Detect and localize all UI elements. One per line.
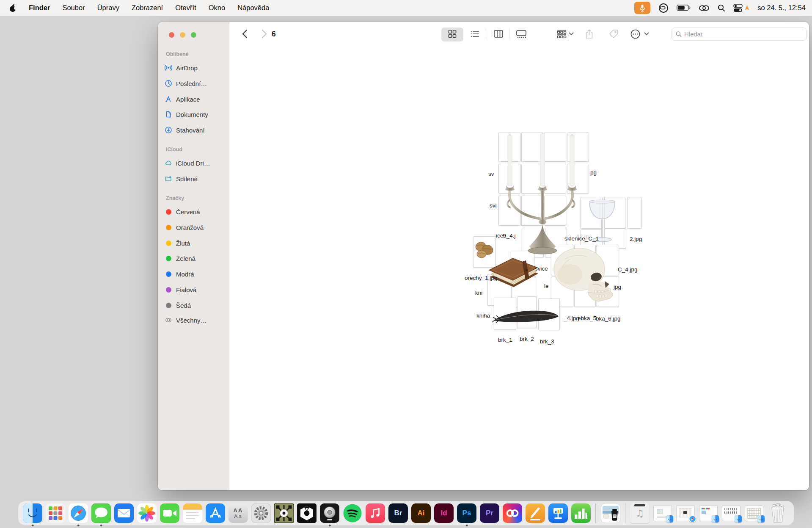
dock-divider[interactable]: [625, 503, 626, 523]
list-view-button[interactable]: [469, 22, 481, 46]
columns-view-button[interactable]: [493, 22, 504, 46]
spotify-dock-icon[interactable]: [343, 503, 362, 523]
file-card-sklenice[interactable]: [581, 197, 603, 229]
music-document-dock-item[interactable]: ♫: [630, 503, 650, 523]
adobe-indesign-dock-icon[interactable]: Id: [434, 503, 454, 523]
safari-dock-icon[interactable]: [69, 503, 88, 523]
close-window-button[interactable]: [169, 32, 174, 38]
zoom-window-button[interactable]: [191, 32, 196, 38]
file-card-svicen-tile[interactable]: [521, 164, 543, 194]
file-card-lebka[interactable]: [551, 245, 573, 275]
file-label-sklenice-c2[interactable]: 2.jpg: [630, 236, 642, 242]
file-card-svicen-tile[interactable]: [498, 196, 520, 226]
sidebar-item-airdrop[interactable]: AirDrop: [165, 63, 198, 73]
messages-dock-icon[interactable]: [91, 503, 111, 523]
file-card-brk[interactable]: [538, 299, 560, 330]
group-by-chevron-icon[interactable]: [567, 22, 575, 46]
menu-item-upravy[interactable]: Úpravy: [97, 4, 119, 12]
file-card-kniha[interactable]: [511, 251, 534, 275]
sidebar-item-aplikace[interactable]: Aplikace: [165, 94, 200, 104]
keynote-dock-icon[interactable]: [548, 503, 568, 523]
minimized-safari-window[interactable]: [676, 505, 695, 521]
file-label-brk1[interactable]: brk_1: [498, 337, 512, 343]
more-actions-button[interactable]: [629, 22, 641, 46]
minimized-finder-window[interactable]: [653, 505, 672, 521]
sidebar-item-tag-oranzova[interactable]: Oranžová: [165, 222, 204, 232]
file-card-orechy[interactable]: [473, 236, 496, 268]
file-label-svicen9-overlap[interactable]: 9: [503, 232, 506, 239]
forward-button[interactable]: [257, 22, 271, 46]
sidebar-item-tag-modra[interactable]: Modrá: [165, 269, 194, 279]
file-label-svi[interactable]: svi: [490, 202, 497, 209]
file-card-brk[interactable]: [494, 298, 516, 329]
system-settings-dock-icon[interactable]: [251, 503, 271, 523]
sidebar-item-tag-fialova[interactable]: Fialová: [165, 285, 196, 295]
minimized-finder-window[interactable]: [745, 505, 763, 521]
pages-dock-icon[interactable]: [526, 503, 545, 523]
adobe-premiere-dock-icon[interactable]: Pr: [480, 503, 499, 523]
file-card-sklenice[interactable]: [604, 197, 625, 229]
file-label-orechy1[interactable]: orechy_1.jpg: [465, 275, 497, 281]
olive-utility-app-dock-icon[interactable]: [274, 503, 294, 523]
menu-bar-clock[interactable]: so 24. 5., 12:54: [757, 4, 806, 12]
minimize-window-button[interactable]: [180, 32, 185, 38]
file-label-svice[interactable]: svice: [535, 265, 548, 272]
facetime-dock-icon[interactable]: [160, 503, 179, 523]
sidebar-item-tag-cervena[interactable]: Červená: [165, 207, 200, 217]
menu-item-soubor[interactable]: Soubor: [62, 4, 85, 12]
file-label-sklenice-c1[interactable]: sklenice_C_1: [564, 235, 599, 242]
control-center-icon[interactable]: [733, 4, 749, 12]
file-label-brk2[interactable]: brk_2: [520, 336, 534, 342]
audio-lens-app-dock-icon[interactable]: [320, 503, 339, 523]
file-card-svicen-tile[interactable]: [567, 164, 589, 194]
menu-item-napoveda[interactable]: Nápověda: [237, 4, 269, 12]
file-label-lebka5[interactable]: ebka_5: [578, 315, 596, 321]
app-store-dock-icon[interactable]: [206, 503, 225, 523]
sidebar-item-tag-zluta[interactable]: Žlutá: [165, 238, 190, 248]
gallery-view-button[interactable]: [515, 22, 527, 46]
file-card-svicen-tile[interactable]: [498, 164, 520, 194]
link-chain-status-icon[interactable]: [699, 5, 710, 11]
file-label-kni[interactable]: kni: [475, 290, 482, 296]
sidebar-item-tag-seda[interactable]: Šedá: [165, 300, 191, 310]
file-card-svicen-tile[interactable]: [544, 196, 566, 226]
mail-dock-icon[interactable]: [114, 503, 134, 523]
battery-status-icon[interactable]: [677, 5, 691, 11]
minimized-finder-window[interactable]: [722, 505, 740, 521]
file-label-le[interactable]: le: [544, 283, 549, 289]
more-actions-chevron-icon[interactable]: [643, 22, 650, 46]
file-label-kniha[interactable]: kniha: [476, 312, 490, 319]
black-hex-app-dock-icon[interactable]: [297, 503, 317, 523]
grid-view-button[interactable]: [446, 22, 458, 46]
sidebar-item-icloud-drive[interactable]: iCloud Dri…: [165, 158, 210, 168]
menu-item-finder[interactable]: Finder: [29, 4, 50, 12]
microphone-status-icon[interactable]: [634, 2, 650, 14]
sidebar-item-all-tags[interactable]: Všechny…: [165, 315, 207, 325]
share-button[interactable]: [582, 22, 596, 46]
ink-photo-app-dock-icon[interactable]: [601, 503, 620, 523]
file-card-svicen-tile[interactable]: [567, 133, 589, 162]
file-card-lebka[interactable]: [574, 276, 596, 307]
file-card-brk[interactable]: [517, 296, 537, 328]
file-card-svicen-tile[interactable]: [521, 133, 543, 162]
file-label-c4[interactable]: C_4.jpg: [618, 266, 638, 273]
minimized-finder-window[interactable]: [699, 505, 718, 521]
spotlight-search-icon[interactable]: [718, 4, 725, 12]
file-label-brk3[interactable]: brk_3: [540, 338, 554, 345]
menu-item-zobrazeni[interactable]: Zobrazení: [132, 4, 163, 12]
dock-divider[interactable]: [595, 503, 596, 523]
finder-dock-icon[interactable]: [23, 503, 42, 523]
apple-menu-icon[interactable]: [9, 4, 17, 12]
back-button[interactable]: [238, 22, 251, 46]
file-browser-content[interactable]: sv pg svi icen_4.j 9 12.jp sklenice_C_1 …: [229, 46, 809, 490]
numbers-dock-icon[interactable]: [571, 503, 591, 523]
file-label-lebka6[interactable]: bka_6.jpg: [596, 315, 621, 322]
sidebar-item-sdilene[interactable]: Sdílené: [165, 174, 198, 184]
creative-cloud-dock-icon[interactable]: [503, 503, 522, 523]
sidebar-item-posledni[interactable]: Poslední…: [165, 78, 207, 88]
tag-button[interactable]: [607, 22, 621, 46]
file-card-svicen-tile[interactable]: [544, 164, 566, 194]
photos-dock-icon[interactable]: [137, 503, 157, 523]
trash-dock-icon[interactable]: [767, 503, 788, 523]
file-card-lebka[interactable]: [574, 245, 596, 275]
